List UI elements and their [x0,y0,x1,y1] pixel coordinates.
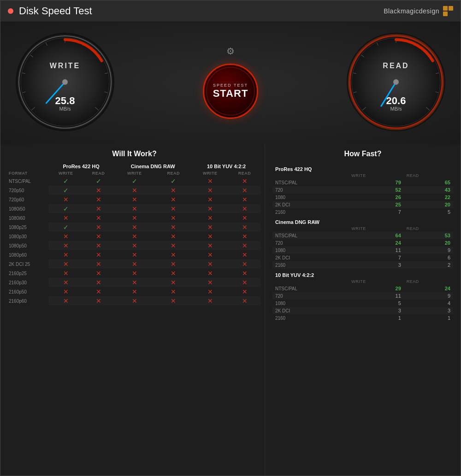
app-window: Disk Speed Test Blackmagicdesign [0,0,461,476]
hf-format-cell: NTSC/PAL [272,285,349,292]
cross-icon: ✕ [171,214,176,222]
hf-read-cell: 2 [404,261,453,269]
hf-sub-header-row: WRITEREAD [272,172,453,179]
hf-format-cell: 2160 [272,314,349,322]
brand-icon-cell [443,6,448,11]
hf-read-cell: 1 [404,314,453,322]
hf-data-row: 216032 [272,261,453,269]
compat-cell: ✕ [155,186,192,195]
compat-cell: ✕ [228,176,261,186]
compat-cell: ✕ [83,287,114,296]
prores-write-sub: WRITE [48,170,83,176]
hf-write-cell: 1 [349,314,404,322]
hf-read-cell: 3 [404,307,453,314]
cross-icon: ✕ [171,260,176,268]
compat-cell: ✕ [228,269,261,278]
will-it-work-panel: Will It Work? ProRes 422 HQ Cinema DNG R… [0,144,265,476]
hf-format-cell: 1080 [272,247,349,254]
cross-icon: ✕ [171,196,176,203]
title-bar: Disk Speed Test Blackmagicdesign [0,0,461,22]
col-cinema-header: Cinema DNG RAW [114,163,192,170]
hf-format-cell: 2K DCI [272,201,349,208]
compat-cell: ✕ [83,278,114,287]
cross-icon: ✕ [242,242,248,249]
hf-read-cell: 43 [404,186,453,194]
format-cell: 1080p50 [8,241,48,250]
hf-sub-header-cell: WRITE [349,225,404,232]
gauge-section: WRITE 25.8 MB/s ⚙ SPEED TEST START [0,22,461,144]
compat-cell: ✕ [83,259,114,269]
compat-cell: ✕ [228,241,261,250]
compat-cell: ✕ [155,213,192,223]
svg-text:MB/s: MB/s [59,106,71,112]
compat-cell: ✕ [192,278,228,287]
cross-icon: ✕ [132,251,137,259]
cross-icon: ✕ [207,205,213,212]
cross-icon: ✕ [63,270,69,277]
compat-cell: ✕ [228,223,261,232]
check-icon: ✓ [63,223,69,231]
will-it-work-title: Will It Work? [8,150,261,158]
hf-data-row: 216011 [272,314,453,322]
cross-icon: ✕ [132,279,137,286]
hf-read-cell: 24 [404,285,453,292]
hf-format-cell: NTSC/PAL [272,232,349,239]
cross-icon: ✕ [63,260,69,268]
hf-data-row: 108054 [272,300,453,307]
compat-cell: ✕ [83,232,114,241]
cross-icon: ✕ [207,279,213,286]
hf-sub-header-cell: READ [404,225,453,232]
hf-write-cell: 64 [349,232,404,239]
cross-icon: ✕ [242,297,248,305]
prores-read-sub: READ [83,170,114,176]
compat-cell: ✕ [83,269,114,278]
brand-icon-cell [443,12,448,16]
cross-icon: ✕ [242,177,248,185]
compat-cell: ✕ [228,296,261,306]
format-cell: NTSC/PAL [8,176,48,186]
format-cell: 2K DCI 25 [8,259,48,269]
cross-icon: ✕ [242,196,248,203]
check-icon: ✓ [96,177,101,185]
compat-cell: ✕ [83,204,114,213]
compat-cell: ✕ [228,195,261,204]
hf-format-cell: 2160 [272,261,349,269]
hf-sub-header-cell [272,225,349,232]
hf-format-cell: 2K DCI [272,254,349,261]
start-button[interactable]: SPEED TEST START [203,64,258,119]
format-cell: 720p50 [8,186,48,195]
compat-cell: ✓ [48,223,83,232]
hf-write-cell: 29 [349,285,404,292]
compat-cell: ✕ [155,259,192,269]
cross-icon: ✕ [242,214,248,222]
hf-read-cell: 6 [404,254,453,261]
compat-cell: ✕ [83,241,114,250]
cross-icon: ✕ [132,297,137,305]
compat-cell: ✕ [114,296,155,306]
hf-data-row: 7202420 [272,239,453,247]
hf-data-row: 2K DCI76 [272,254,453,261]
cross-icon: ✕ [63,214,69,222]
settings-icon[interactable]: ⚙ [226,46,235,57]
hf-data-row: NTSC/PAL7965 [272,179,453,186]
col-prores-header: ProRes 422 HQ [48,163,114,170]
close-button[interactable] [8,8,13,14]
cross-icon: ✕ [207,233,213,240]
cross-icon: ✕ [63,297,69,305]
cross-icon: ✕ [63,242,69,249]
cross-icon: ✕ [96,214,101,222]
cross-icon: ✕ [207,223,213,231]
cross-icon: ✕ [63,233,69,240]
compat-cell: ✕ [114,278,155,287]
compat-cell: ✓ [48,204,83,213]
hf-data-row: 1080119 [272,247,453,254]
cross-icon: ✕ [171,205,176,212]
format-cell: 2160p50 [8,287,48,296]
compat-cell: ✕ [114,213,155,223]
compat-cell: ✕ [114,250,155,259]
hf-format-cell: NTSC/PAL [272,179,349,186]
compat-cell: ✕ [48,195,83,204]
cross-icon: ✕ [63,196,69,203]
compat-cell: ✕ [228,278,261,287]
cross-icon: ✕ [207,251,213,259]
